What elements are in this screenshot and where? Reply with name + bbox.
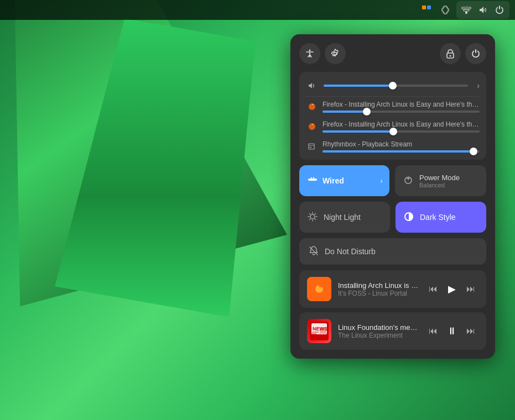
firefox1-row: Firefox - Installing Arch Linux is Easy … (306, 99, 480, 114)
dark-style-tile[interactable]: Dark Style (396, 202, 486, 233)
svg-rect-3 (464, 9, 469, 11)
firefox2-row: Firefox - Installing Arch Linux is Easy … (306, 119, 480, 134)
wired-tile[interactable]: Wired › (299, 165, 389, 196)
firefox2-label: Firefox - Installing Arch Linux is Easy … (322, 120, 480, 128)
tiles-row-1: Wired › Power Mode Balanced (299, 165, 486, 196)
svg-point-9 (334, 53, 337, 55)
svg-point-18 (309, 179, 311, 181)
wired-icon (307, 174, 318, 187)
media-artist-firefox: It's FOSS - Linux Portal (338, 290, 419, 297)
media-card-linux: NEWS Linux Foundation's metaverse... The… (299, 312, 486, 350)
quick-settings-panel: › Firefox - Installing Arch Linux is Eas… (290, 34, 495, 359)
rhythmbox-label: Rhythmbox - Playback Stream (322, 140, 480, 148)
topbar-network-icon[interactable] (459, 2, 474, 18)
svg-rect-27 (312, 332, 319, 333)
svg-rect-16 (310, 146, 311, 148)
topbar (0, 0, 515, 20)
media-card-firefox: Installing Arch Linux is Easy and... It'… (299, 270, 486, 308)
dark-style-label: Dark Style (420, 213, 456, 222)
rhythmbox-row: Rhythmbox - Playback Stream (306, 139, 480, 154)
master-volume-row: › (306, 77, 480, 94)
power-mode-icon (403, 175, 414, 187)
wired-label: Wired (322, 176, 344, 185)
media-info-linux: Linux Foundation's metaverse... The Linu… (338, 323, 419, 339)
svg-point-11 (450, 55, 451, 57)
volume-icon (306, 80, 318, 92)
sliders-section: › Firefox - Installing Arch Linux is Eas… (299, 72, 486, 160)
media-artist-linux: The Linux Experiment (338, 332, 419, 339)
power-mode-label: Power Mode (419, 174, 460, 182)
media-play-firefox[interactable]: ▶ (444, 281, 460, 297)
dnd-label: Do Not Disturb (325, 247, 376, 256)
svg-rect-28 (312, 333, 316, 334)
rhythmbox-icon (306, 140, 318, 153)
panel-header-left (299, 43, 346, 64)
svg-rect-1 (427, 6, 431, 9)
svg-point-19 (314, 179, 316, 181)
media-title-firefox: Installing Arch Linux is Easy and... (338, 281, 419, 290)
svg-rect-2 (465, 12, 467, 14)
svg-rect-4 (462, 7, 471, 9)
power-mode-tile[interactable]: Power Mode Balanced (395, 165, 486, 196)
topbar-extensions-icon[interactable] (438, 2, 453, 18)
media-info-firefox: Installing Arch Linux is Easy and... It'… (338, 281, 419, 297)
firefox2-icon (306, 120, 318, 133)
topbar-power-icon[interactable] (492, 2, 507, 18)
master-volume-slider[interactable] (324, 85, 468, 87)
night-light-icon (307, 211, 318, 224)
divider (306, 96, 480, 97)
svg-point-20 (310, 214, 315, 219)
topbar-volume-icon[interactable] (475, 2, 491, 18)
wired-arrow: › (380, 176, 383, 185)
firefox1-label: Firefox - Installing Arch Linux is Easy … (322, 101, 480, 108)
svg-rect-0 (422, 6, 426, 9)
media-prev-linux[interactable]: ⏮ (425, 323, 441, 339)
media-pause-linux[interactable]: ⏸ (444, 323, 460, 339)
topbar-system-group (456, 1, 509, 19)
dnd-icon (308, 245, 319, 258)
svg-rect-29 (320, 327, 326, 334)
topbar-plugin-icon[interactable] (419, 2, 434, 18)
panel-header (299, 43, 486, 64)
volume-arrow[interactable]: › (477, 81, 480, 90)
settings-button[interactable] (325, 43, 346, 64)
media-thumb-firefox (307, 277, 331, 301)
tiles-row-2: Night Light Dark Style (299, 202, 486, 233)
media-controls-linux: ⏮ ⏸ ⏭ (425, 323, 478, 339)
media-next-linux[interactable]: ⏭ (463, 323, 478, 339)
night-light-tile[interactable]: Night Light (299, 202, 390, 233)
firefox1-icon (306, 101, 318, 113)
panel-header-right (440, 43, 486, 64)
accessibility-button[interactable] (299, 43, 320, 64)
svg-point-8 (309, 50, 311, 51)
media-thumb-linux: NEWS (307, 319, 331, 343)
night-light-label: Night Light (324, 213, 361, 222)
dnd-button[interactable]: Do Not Disturb (299, 238, 486, 265)
power-mode-content: Power Mode Balanced (419, 174, 460, 188)
power-mode-sublabel: Balanced (419, 182, 445, 188)
dark-style-icon (403, 211, 414, 224)
media-controls-firefox: ⏮ ▶ ⏭ (425, 281, 478, 297)
power-button[interactable] (465, 43, 486, 64)
media-title-linux: Linux Foundation's metaverse... (338, 323, 419, 332)
lock-button[interactable] (440, 43, 461, 64)
media-next-firefox[interactable]: ⏭ (463, 281, 478, 297)
media-prev-firefox[interactable]: ⏮ (425, 281, 441, 297)
